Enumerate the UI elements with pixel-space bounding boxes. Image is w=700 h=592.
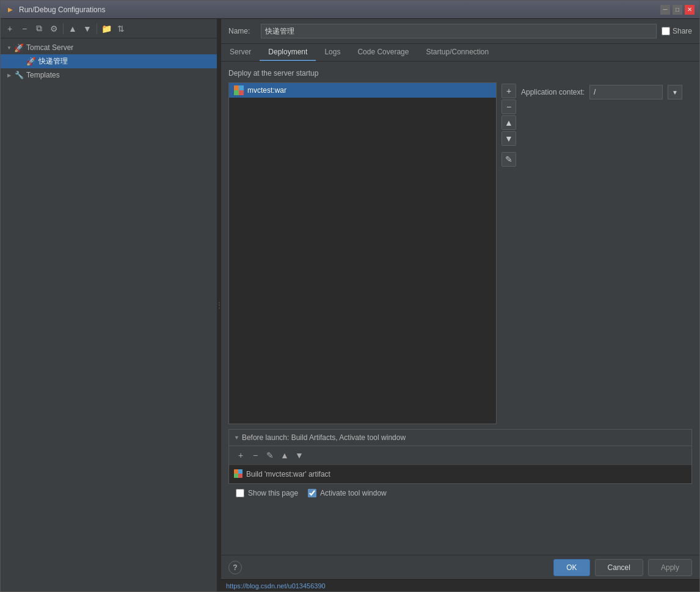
activate-tool-window-checkbox-item[interactable]: Activate tool window xyxy=(308,489,387,497)
dialog-title: Run/Debug Configurations xyxy=(19,5,660,14)
deploy-add-button[interactable]: + xyxy=(501,84,516,98)
right-panel: Name: Share Server Deployment Logs Code … xyxy=(221,19,699,591)
tomcat-icon: 🚀 xyxy=(14,43,24,52)
svg-rect-1 xyxy=(239,85,244,90)
content-area: + − ⧉ ⚙ ▲ ▼ 📁 ⇅ ▼ 🚀 Tomcat Server xyxy=(1,19,699,591)
sidebar-tree: ▼ 🚀 Tomcat Server ▶ 🚀 快递管理 ▶ 🔧 Templates xyxy=(1,38,217,591)
activate-tool-window-label: Activate tool window xyxy=(320,489,387,497)
sidebar-item-tomcat-server[interactable]: ▼ 🚀 Tomcat Server xyxy=(1,41,217,54)
checkboxes-row: Show this page Activate tool window xyxy=(228,484,692,502)
before-launch-list: Build 'mvctest:war' artifact xyxy=(229,465,691,483)
before-launch-edit-button[interactable]: ✎ xyxy=(263,449,277,462)
sidebar-item-templates[interactable]: ▶ 🔧 Templates xyxy=(1,68,217,82)
copy-config-button[interactable]: ⧉ xyxy=(32,22,46,35)
main-content: Deploy at the server startup xyxy=(221,62,699,555)
share-checkbox[interactable] xyxy=(662,27,670,35)
toolbar-separator-2 xyxy=(97,23,97,34)
deploy-item-label: mvctest:war xyxy=(247,86,286,95)
toolbar-separator xyxy=(63,23,64,34)
config-icon: 🚀 xyxy=(26,57,36,67)
sort-button[interactable]: ⇅ xyxy=(114,22,128,35)
svg-rect-4 xyxy=(234,469,238,474)
artifact-icon xyxy=(234,85,244,95)
right-side-panel: Application context: ▼ xyxy=(521,82,692,424)
share-label: Share xyxy=(673,27,692,35)
before-launch-up-button[interactable]: ▲ xyxy=(278,449,291,462)
app-icon: ▶ xyxy=(5,5,15,15)
url-text: https://blog.csdn.net/u013456390 xyxy=(226,582,326,590)
share-row: Share xyxy=(662,27,692,35)
activate-tool-window-checkbox[interactable] xyxy=(308,489,316,497)
show-page-label: Show this page xyxy=(248,489,298,497)
deploy-remove-button[interactable]: − xyxy=(501,99,516,114)
svg-rect-7 xyxy=(238,474,242,478)
svg-rect-6 xyxy=(234,474,238,478)
before-launch-add-button[interactable]: + xyxy=(234,449,247,462)
ok-button[interactable]: OK xyxy=(553,559,589,576)
before-launch-artifact-icon xyxy=(234,469,242,479)
settings-config-button[interactable]: ⚙ xyxy=(47,22,60,35)
expand-arrow-templates: ▶ xyxy=(5,71,13,79)
deploy-move-up-button[interactable]: ▲ xyxy=(501,115,516,130)
before-launch-item-label: Build 'mvctest:war' artifact xyxy=(246,470,330,478)
deploy-move-down-button[interactable]: ▼ xyxy=(501,131,516,146)
move-up-button[interactable]: ▲ xyxy=(66,22,79,35)
url-bar: https://blog.csdn.net/u013456390 xyxy=(221,579,699,591)
before-launch-section: ▼ Before launch: Build Artifacts, Activa… xyxy=(228,429,692,484)
deploy-area: mvctest:war + − ▲ ▼ ✎ xyxy=(228,82,692,424)
add-config-button[interactable]: + xyxy=(3,22,16,35)
show-page-checkbox-item[interactable]: Show this page xyxy=(236,489,298,497)
minimize-button[interactable]: ─ xyxy=(660,5,670,15)
app-context-label: Application context: xyxy=(521,88,585,96)
bottom-bar: ? OK Cancel Apply xyxy=(221,555,699,579)
deploy-list-container: mvctest:war xyxy=(228,82,497,424)
before-launch-down-button[interactable]: ▼ xyxy=(293,449,306,462)
tab-deployment[interactable]: Deployment xyxy=(260,44,316,61)
deploy-edit-button[interactable]: ✎ xyxy=(501,152,516,167)
cancel-button[interactable]: Cancel xyxy=(595,559,643,576)
sidebar-item-label-templates: Templates xyxy=(26,71,212,79)
wrench-icon: 🔧 xyxy=(14,70,24,80)
svg-rect-0 xyxy=(234,85,239,90)
sidebar-toolbar: + − ⧉ ⚙ ▲ ▼ 📁 ⇅ xyxy=(1,19,217,38)
app-context-input[interactable] xyxy=(589,85,663,99)
sidebar-item-kuaidi[interactable]: ▶ 🚀 快递管理 xyxy=(1,54,217,68)
tab-logs[interactable]: Logs xyxy=(316,44,349,61)
before-launch-label: Before launch: Build Artifacts, Activate… xyxy=(242,433,406,442)
folder-button[interactable]: 📁 xyxy=(100,22,113,35)
tab-server[interactable]: Server xyxy=(221,44,260,61)
maximize-button[interactable]: □ xyxy=(673,5,682,15)
deploy-item-mvctest-war[interactable]: mvctest:war xyxy=(229,83,496,98)
svg-rect-2 xyxy=(234,90,239,95)
app-context-row: Application context: ▼ xyxy=(521,82,692,102)
name-label: Name: xyxy=(228,27,256,35)
before-launch-arrow: ▼ xyxy=(234,435,239,441)
name-row: Name: Share xyxy=(221,19,699,44)
tab-startup-connection[interactable]: Startup/Connection xyxy=(417,44,497,61)
bottom-left: ? xyxy=(228,561,242,574)
svg-rect-5 xyxy=(238,469,242,474)
title-bar: ▶ Run/Debug Configurations ─ □ ✕ xyxy=(1,1,699,19)
app-context-dropdown[interactable]: ▼ xyxy=(668,85,682,99)
deploy-header: Deploy at the server startup xyxy=(228,69,692,78)
sidebar-item-label-tomcat: Tomcat Server xyxy=(26,43,212,52)
close-button[interactable]: ✕ xyxy=(685,5,695,15)
sidebar-item-label-kuaidi: 快递管理 xyxy=(38,56,212,67)
apply-button[interactable]: Apply xyxy=(648,559,692,576)
show-page-checkbox[interactable] xyxy=(236,489,244,497)
remove-config-button[interactable]: − xyxy=(18,22,31,35)
bottom-right: OK Cancel Apply xyxy=(553,559,692,576)
move-down-button[interactable]: ▼ xyxy=(81,22,94,35)
help-button[interactable]: ? xyxy=(228,561,242,574)
indent-space: ▶ xyxy=(18,58,25,65)
svg-rect-3 xyxy=(239,90,244,95)
window-controls: ─ □ ✕ xyxy=(660,5,695,15)
before-launch-header[interactable]: ▼ Before launch: Build Artifacts, Activa… xyxy=(229,430,691,446)
sidebar: + − ⧉ ⚙ ▲ ▼ 📁 ⇅ ▼ 🚀 Tomcat Server xyxy=(1,19,217,591)
before-launch-remove-button[interactable]: − xyxy=(249,449,262,462)
name-input[interactable] xyxy=(261,24,657,38)
tab-code-coverage[interactable]: Code Coverage xyxy=(349,44,417,61)
tabs-bar: Server Deployment Logs Code Coverage Sta… xyxy=(221,44,699,62)
before-launch-item[interactable]: Build 'mvctest:war' artifact xyxy=(234,467,687,481)
deploy-side-buttons: + − ▲ ▼ ✎ xyxy=(501,82,516,424)
